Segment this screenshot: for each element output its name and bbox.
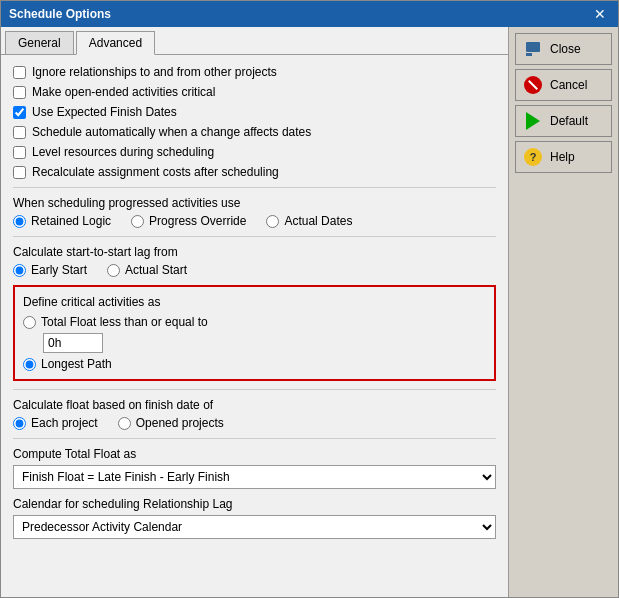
- checkbox-row-5: Level resources during scheduling: [13, 145, 496, 159]
- float-input-row: [43, 333, 486, 353]
- main-content: General Advanced Ignore relationships to…: [1, 27, 508, 597]
- radio-actual-start-input[interactable]: [107, 264, 120, 277]
- checkbox-row-6: Recalculate assignment costs after sched…: [13, 165, 496, 179]
- radio-retained-logic-input[interactable]: [13, 215, 26, 228]
- calendar-label: Calendar for scheduling Relationship Lag: [13, 497, 496, 511]
- cb-use-expected-finish[interactable]: [13, 106, 26, 119]
- tab-general[interactable]: General: [5, 31, 74, 54]
- radio-early-start-input[interactable]: [13, 264, 26, 277]
- checkbox-row-2: Make open-ended activities critical: [13, 85, 496, 99]
- cb-level-resources[interactable]: [13, 146, 26, 159]
- tab-bar: General Advanced: [1, 27, 508, 55]
- svg-rect-1: [526, 53, 532, 56]
- help-button[interactable]: ? Help: [515, 141, 612, 173]
- cb-recalculate-costs[interactable]: [13, 166, 26, 179]
- float-value-input[interactable]: [43, 333, 103, 353]
- radio-early-start: Early Start: [13, 263, 87, 277]
- radio-each-project-input[interactable]: [13, 417, 26, 430]
- close-button[interactable]: Close: [515, 33, 612, 65]
- checkbox-row-1: Ignore relationships to and from other p…: [13, 65, 496, 79]
- svg-rect-0: [526, 42, 540, 52]
- radio-each-project: Each project: [13, 416, 98, 430]
- content-area: Ignore relationships to and from other p…: [1, 55, 508, 597]
- title-bar: Schedule Options ✕: [1, 1, 618, 27]
- float-section-label: Calculate float based on finish date of: [13, 398, 496, 412]
- radio-longest-path-input[interactable]: [23, 358, 36, 371]
- critical-box-title: Define critical activities as: [23, 295, 486, 309]
- calendar-select[interactable]: Predecessor Activity Calendar Successor …: [13, 515, 496, 539]
- tab-advanced[interactable]: Advanced: [76, 31, 155, 55]
- radio-actual-dates-input[interactable]: [266, 215, 279, 228]
- title-close-button[interactable]: ✕: [590, 7, 610, 21]
- cancel-button[interactable]: Cancel: [515, 69, 612, 101]
- close-icon: [522, 38, 544, 60]
- cancel-icon: [522, 74, 544, 96]
- start-lag-label: Calculate start-to-start lag from: [13, 245, 496, 259]
- radio-retained-logic: Retained Logic: [13, 214, 111, 228]
- divider-1: [13, 187, 496, 188]
- schedule-options-dialog: Schedule Options ✕ General Advanced Igno…: [0, 0, 619, 598]
- scheduling-section-label: When scheduling progressed activities us…: [13, 196, 496, 210]
- radio-actual-dates: Actual Dates: [266, 214, 352, 228]
- radio-total-float: Total Float less than or equal to: [23, 315, 486, 329]
- radio-opened-projects: Opened projects: [118, 416, 224, 430]
- compute-float-select[interactable]: Finish Float = Late Finish - Early Finis…: [13, 465, 496, 489]
- sidebar: Close Cancel Default ? Help: [508, 27, 618, 597]
- checkbox-row-4: Schedule automatically when a change aff…: [13, 125, 496, 139]
- radio-total-float-input[interactable]: [23, 316, 36, 329]
- scheduling-radio-group: Retained Logic Progress Override Actual …: [13, 214, 496, 228]
- compute-float-dropdown-row: Finish Float = Late Finish - Early Finis…: [13, 465, 496, 489]
- divider-3: [13, 389, 496, 390]
- dialog-body: General Advanced Ignore relationships to…: [1, 27, 618, 597]
- compute-float-label: Compute Total Float as: [13, 447, 496, 461]
- dialog-title: Schedule Options: [9, 7, 111, 21]
- radio-progress-override-input[interactable]: [131, 215, 144, 228]
- critical-activities-box: Define critical activities as Total Floa…: [13, 285, 496, 381]
- radio-progress-override: Progress Override: [131, 214, 246, 228]
- cb-ignore-relationships[interactable]: [13, 66, 26, 79]
- default-icon: [522, 110, 544, 132]
- start-lag-radio-group: Early Start Actual Start: [13, 263, 496, 277]
- radio-opened-projects-input[interactable]: [118, 417, 131, 430]
- default-button[interactable]: Default: [515, 105, 612, 137]
- divider-4: [13, 438, 496, 439]
- cb-open-ended-critical[interactable]: [13, 86, 26, 99]
- calendar-dropdown-row: Predecessor Activity Calendar Successor …: [13, 515, 496, 539]
- radio-actual-start: Actual Start: [107, 263, 187, 277]
- float-radio-group: Each project Opened projects: [13, 416, 496, 430]
- help-icon: ?: [522, 146, 544, 168]
- radio-longest-path: Longest Path: [23, 357, 486, 371]
- checkbox-row-3: Use Expected Finish Dates: [13, 105, 496, 119]
- divider-2: [13, 236, 496, 237]
- cb-schedule-automatically[interactable]: [13, 126, 26, 139]
